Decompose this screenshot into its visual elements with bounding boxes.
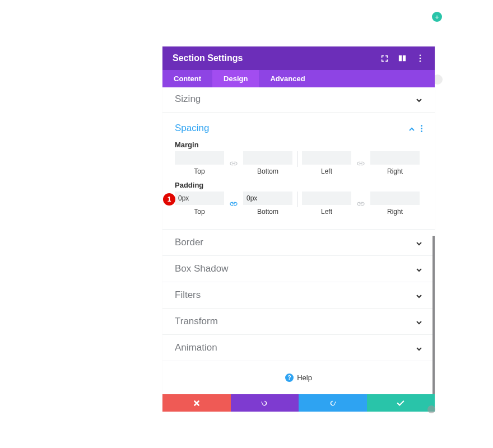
section-title-spacing: Spacing <box>175 123 209 134</box>
label-bottom: Bottom <box>257 208 278 216</box>
section-transform[interactable]: Transform <box>162 309 435 335</box>
section-title-boxshadow: Box Shadow <box>175 263 228 274</box>
margin-top-input[interactable] <box>175 151 224 165</box>
section-title-animation: Animation <box>175 342 217 353</box>
label-left: Left <box>321 208 332 216</box>
section-title-transform: Transform <box>175 316 218 327</box>
margin-label: Margin <box>175 141 422 149</box>
modal-footer <box>162 394 435 412</box>
section-boxshadow[interactable]: Box Shadow <box>162 256 435 282</box>
modal-body: Sizing Spacing Margin Top <box>162 87 435 394</box>
save-button[interactable] <box>367 394 435 412</box>
annotation-badge-1: 1 <box>163 193 175 206</box>
spacing-controls <box>408 125 422 132</box>
label-right: Right <box>387 208 403 216</box>
spacing-panel: Spacing Margin Top Bottom <box>162 113 435 230</box>
add-module-button[interactable]: + <box>432 12 442 22</box>
redo-button[interactable] <box>299 394 367 412</box>
modal-title: Section Settings <box>173 53 380 63</box>
spacing-header[interactable]: Spacing <box>175 118 422 141</box>
svg-point-4 <box>420 60 421 62</box>
chevron-down-icon <box>416 265 422 272</box>
margin-row: Top Bottom Left <box>175 151 422 175</box>
link-icon[interactable] <box>229 158 239 169</box>
columns-icon[interactable] <box>398 54 407 63</box>
margin-bottom-input[interactable] <box>243 151 292 165</box>
label-bottom: Bottom <box>257 167 278 175</box>
section-title-sizing: Sizing <box>175 94 201 105</box>
label-top: Top <box>194 208 204 216</box>
expand-icon[interactable] <box>380 54 389 63</box>
padding-right-input[interactable] <box>370 192 420 205</box>
undo-button[interactable] <box>231 394 299 412</box>
divider <box>297 151 297 167</box>
cancel-button[interactable] <box>162 394 231 412</box>
section-settings-modal: Section Settings Content Design Advanced… <box>162 46 435 412</box>
chevron-up-icon[interactable] <box>408 125 415 132</box>
chevron-down-icon <box>416 344 422 351</box>
modal-header: Section Settings <box>162 46 435 70</box>
chevron-down-icon <box>416 96 422 102</box>
help-row[interactable]: ? Help <box>162 361 435 394</box>
chevron-down-icon <box>416 318 422 325</box>
divider <box>297 192 297 207</box>
label-left: Left <box>321 167 332 175</box>
tab-design[interactable]: Design <box>212 70 259 87</box>
svg-rect-0 <box>399 55 402 62</box>
resize-handle-icon[interactable] <box>427 405 435 413</box>
section-border[interactable]: Border <box>162 230 435 256</box>
link-icon[interactable] <box>356 158 366 169</box>
section-title-border: Border <box>175 237 203 248</box>
label-right: Right <box>387 167 403 175</box>
tabs: Content Design Advanced <box>162 70 435 87</box>
margin-left-input[interactable] <box>302 151 351 165</box>
header-actions <box>380 54 425 63</box>
section-animation[interactable]: Animation <box>162 335 435 361</box>
svg-rect-1 <box>403 55 406 62</box>
margin-right-input[interactable] <box>370 151 420 165</box>
svg-point-2 <box>420 54 421 56</box>
chevron-down-icon <box>416 239 422 246</box>
padding-bottom-input[interactable] <box>243 192 292 205</box>
svg-point-3 <box>420 58 421 59</box>
more-icon[interactable] <box>416 54 425 63</box>
section-filters[interactable]: Filters <box>162 282 435 309</box>
section-sizing[interactable]: Sizing <box>162 87 435 113</box>
padding-label: Padding <box>175 181 422 189</box>
options-icon[interactable] <box>421 125 422 132</box>
link-icon[interactable] <box>356 199 366 209</box>
scrollbar[interactable] <box>432 236 435 394</box>
label-top: Top <box>194 167 204 175</box>
padding-top-input[interactable] <box>175 192 224 205</box>
tab-content[interactable]: Content <box>162 70 212 87</box>
section-title-filters: Filters <box>175 290 201 301</box>
help-icon: ? <box>285 374 294 382</box>
padding-row: Top Bottom Left <box>175 192 422 216</box>
padding-left-input[interactable] <box>302 192 351 205</box>
help-label: Help <box>297 374 312 382</box>
link-icon[interactable] <box>229 199 239 209</box>
tab-advanced[interactable]: Advanced <box>259 70 316 87</box>
chevron-down-icon <box>416 292 422 298</box>
